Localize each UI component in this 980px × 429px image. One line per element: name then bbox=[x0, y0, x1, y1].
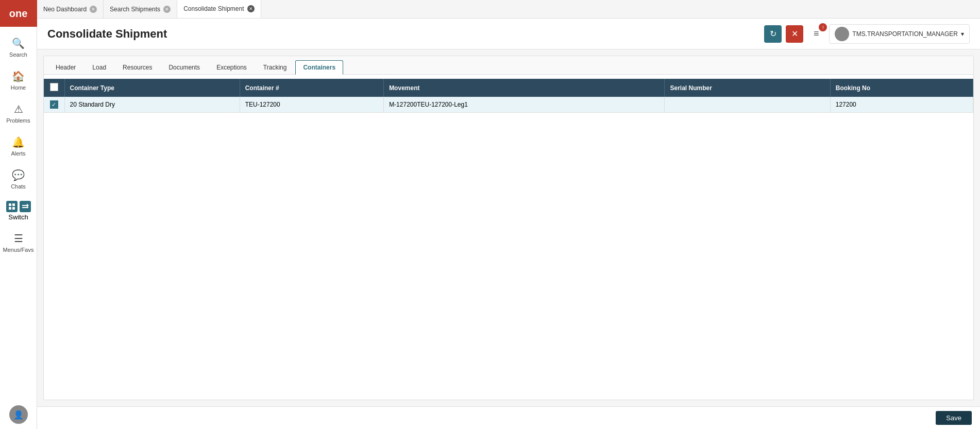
avatar-icon: 👤 bbox=[13, 410, 24, 420]
col-booking-no: Booking No bbox=[830, 79, 973, 97]
cell-movement: M-127200TEU-127200-Leg1 bbox=[384, 97, 665, 113]
sidebar-item-label: Menus/Favs bbox=[3, 247, 34, 253]
col-movement: Movement bbox=[384, 79, 665, 97]
tab-consolidate-shipment[interactable]: Consolidate Shipment ✕ bbox=[177, 0, 261, 18]
sub-tab-header[interactable]: Header bbox=[48, 60, 83, 74]
sidebar-item-problems[interactable]: ⚠ Problems bbox=[0, 97, 37, 130]
svg-rect-3 bbox=[12, 207, 15, 210]
header-actions: ↻ ✕ ≡ ! TMS.TRANSPORTATION_MANAGER ▾ bbox=[764, 24, 970, 44]
user-dropdown[interactable]: TMS.TRANSPORTATION_MANAGER ▾ bbox=[829, 24, 970, 44]
close-icon: ✕ bbox=[791, 29, 798, 39]
search-icon: 🔍 bbox=[12, 37, 25, 49]
close-button[interactable]: ✕ bbox=[786, 25, 803, 43]
sidebar-item-search[interactable]: 🔍 Search bbox=[0, 31, 37, 64]
cell-container-num: TEU-127200 bbox=[240, 97, 383, 113]
col-container-num: Container # bbox=[240, 79, 383, 97]
content-area: Header Load Resources Documents Exceptio… bbox=[37, 49, 980, 406]
col-checkbox[interactable] bbox=[44, 79, 64, 97]
sub-tab-containers[interactable]: Containers bbox=[295, 60, 343, 75]
svg-rect-1 bbox=[12, 203, 15, 206]
cell-serial-number bbox=[665, 97, 830, 113]
warning-icon: ⚠ bbox=[14, 103, 23, 115]
table-row[interactable]: ✓ 20 Standard Dry TEU-127200 M-127200TEU… bbox=[44, 97, 973, 113]
sidebar-item-label: Search bbox=[9, 52, 27, 58]
sidebar-item-label: Problems bbox=[6, 117, 30, 124]
sidebar-item-home[interactable]: 🏠 Home bbox=[0, 64, 37, 97]
tab-bar: Neo Dashboard ✕ Search Shipments ✕ Conso… bbox=[37, 0, 980, 19]
svg-rect-0 bbox=[9, 203, 11, 206]
sub-tab-exceptions[interactable]: Exceptions bbox=[209, 60, 255, 74]
sidebar-item-menus[interactable]: ☰ Menus/Favs bbox=[0, 226, 37, 259]
sidebar-nav: 🔍 Search 🏠 Home ⚠ Problems 🔔 Alerts 💬 Ch bbox=[0, 27, 37, 259]
tab-label: Consolidate Shipment bbox=[183, 5, 244, 12]
containers-table: Container Type Container # Movement Seri… bbox=[44, 79, 973, 113]
menu-button[interactable]: ≡ ! bbox=[807, 25, 825, 43]
switch-icons bbox=[6, 201, 31, 212]
home-icon: 🏠 bbox=[12, 70, 25, 82]
row-checkbox[interactable]: ✓ bbox=[50, 100, 58, 109]
content-panel: Header Load Resources Documents Exceptio… bbox=[43, 56, 974, 400]
tab-label: Search Shipments bbox=[110, 6, 160, 13]
refresh-button[interactable]: ↻ bbox=[764, 25, 782, 43]
user-name: TMS.TRANSPORTATION_MANAGER bbox=[852, 30, 958, 38]
tab-close-search-shipments[interactable]: ✕ bbox=[163, 6, 171, 13]
menu-icon: ☰ bbox=[14, 232, 23, 245]
sidebar-item-label: Alerts bbox=[11, 150, 25, 157]
sidebar-item-label: Chats bbox=[11, 183, 26, 190]
switch-icon-2 bbox=[20, 201, 31, 212]
hamburger-icon: ≡ bbox=[814, 28, 819, 39]
switch-icon-1 bbox=[6, 201, 18, 212]
page-title: Consolidate Shipment bbox=[47, 27, 167, 41]
bell-icon: 🔔 bbox=[12, 136, 25, 148]
sub-tab-documents[interactable]: Documents bbox=[161, 60, 208, 74]
svg-rect-2 bbox=[9, 207, 11, 210]
select-all-checkbox[interactable] bbox=[50, 83, 58, 91]
sidebar-item-switch[interactable]: Switch bbox=[0, 196, 37, 226]
chevron-down-icon: ▾ bbox=[961, 30, 964, 38]
svg-rect-4 bbox=[22, 205, 28, 206]
save-button[interactable]: Save bbox=[936, 411, 972, 425]
page-header: Consolidate Shipment ↻ ✕ ≡ ! TMS.TRANSPO… bbox=[37, 19, 980, 49]
main-content: Neo Dashboard ✕ Search Shipments ✕ Conso… bbox=[37, 0, 980, 429]
sidebar-item-alerts[interactable]: 🔔 Alerts bbox=[0, 130, 37, 163]
cell-booking-no: 127200 bbox=[830, 97, 973, 113]
tab-neo-dashboard[interactable]: Neo Dashboard ✕ bbox=[37, 0, 104, 18]
col-serial-number: Serial Number bbox=[665, 79, 830, 97]
sidebar-item-chats[interactable]: 💬 Chats bbox=[0, 163, 37, 196]
tab-search-shipments[interactable]: Search Shipments ✕ bbox=[104, 0, 177, 18]
user-avatar bbox=[835, 27, 849, 41]
col-container-type: Container Type bbox=[64, 79, 240, 97]
tab-close-neo-dashboard[interactable]: ✕ bbox=[90, 6, 97, 13]
app-logo[interactable]: one bbox=[0, 0, 37, 27]
chat-icon: 💬 bbox=[12, 169, 25, 181]
sub-tab-resources[interactable]: Resources bbox=[115, 60, 160, 74]
sidebar: one 🔍 Search 🏠 Home ⚠ Problems 🔔 Alerts bbox=[0, 0, 37, 429]
svg-rect-5 bbox=[22, 207, 28, 208]
sidebar-bottom: 👤 bbox=[0, 405, 37, 429]
row-checkbox-cell[interactable]: ✓ bbox=[44, 97, 64, 113]
cell-container-type: 20 Standard Dry bbox=[64, 97, 240, 113]
tab-label: Neo Dashboard bbox=[43, 6, 87, 13]
sidebar-item-label: Switch bbox=[8, 213, 28, 221]
notification-badge: ! bbox=[819, 23, 827, 31]
user-avatar-sidebar[interactable]: 👤 bbox=[9, 405, 28, 424]
sidebar-item-label: Home bbox=[11, 84, 26, 91]
refresh-icon: ↻ bbox=[770, 29, 776, 39]
tab-close-consolidate-shipment[interactable]: ✕ bbox=[247, 5, 255, 12]
sub-tab-tracking[interactable]: Tracking bbox=[256, 60, 295, 74]
page-footer: Save bbox=[37, 406, 980, 429]
sub-tabs: Header Load Resources Documents Exceptio… bbox=[44, 56, 973, 75]
sub-tab-load[interactable]: Load bbox=[85, 60, 114, 74]
data-table-wrapper: Container Type Container # Movement Seri… bbox=[44, 75, 973, 117]
